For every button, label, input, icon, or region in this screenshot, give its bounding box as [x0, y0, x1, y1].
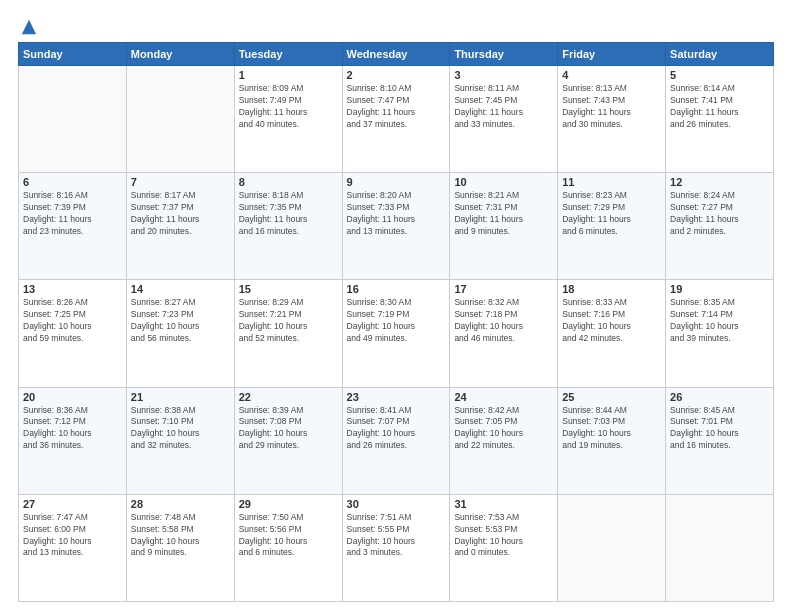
day-info: Sunrise: 8:24 AM Sunset: 7:27 PM Dayligh… [670, 190, 769, 238]
calendar-week-row: 27Sunrise: 7:47 AM Sunset: 6:00 PM Dayli… [19, 494, 774, 601]
day-info: Sunrise: 8:27 AM Sunset: 7:23 PM Dayligh… [131, 297, 230, 345]
day-info: Sunrise: 7:47 AM Sunset: 6:00 PM Dayligh… [23, 512, 122, 560]
day-info: Sunrise: 8:44 AM Sunset: 7:03 PM Dayligh… [562, 405, 661, 453]
calendar-cell: 14Sunrise: 8:27 AM Sunset: 7:23 PM Dayli… [126, 280, 234, 387]
logo-icon [20, 18, 38, 36]
calendar-cell: 11Sunrise: 8:23 AM Sunset: 7:29 PM Dayli… [558, 173, 666, 280]
day-number: 13 [23, 283, 122, 295]
day-number: 30 [347, 498, 446, 510]
calendar-cell: 7Sunrise: 8:17 AM Sunset: 7:37 PM Daylig… [126, 173, 234, 280]
calendar-weekday-monday: Monday [126, 43, 234, 66]
calendar-weekday-friday: Friday [558, 43, 666, 66]
day-number: 11 [562, 176, 661, 188]
calendar-cell: 17Sunrise: 8:32 AM Sunset: 7:18 PM Dayli… [450, 280, 558, 387]
day-info: Sunrise: 8:32 AM Sunset: 7:18 PM Dayligh… [454, 297, 553, 345]
calendar-week-row: 1Sunrise: 8:09 AM Sunset: 7:49 PM Daylig… [19, 66, 774, 173]
calendar-cell: 30Sunrise: 7:51 AM Sunset: 5:55 PM Dayli… [342, 494, 450, 601]
calendar-cell: 9Sunrise: 8:20 AM Sunset: 7:33 PM Daylig… [342, 173, 450, 280]
calendar-weekday-sunday: Sunday [19, 43, 127, 66]
calendar-cell: 8Sunrise: 8:18 AM Sunset: 7:35 PM Daylig… [234, 173, 342, 280]
calendar-week-row: 13Sunrise: 8:26 AM Sunset: 7:25 PM Dayli… [19, 280, 774, 387]
day-info: Sunrise: 8:42 AM Sunset: 7:05 PM Dayligh… [454, 405, 553, 453]
calendar-cell: 23Sunrise: 8:41 AM Sunset: 7:07 PM Dayli… [342, 387, 450, 494]
day-info: Sunrise: 8:38 AM Sunset: 7:10 PM Dayligh… [131, 405, 230, 453]
logo-text [18, 18, 38, 36]
calendar-week-row: 6Sunrise: 8:16 AM Sunset: 7:39 PM Daylig… [19, 173, 774, 280]
day-number: 26 [670, 391, 769, 403]
calendar-cell: 10Sunrise: 8:21 AM Sunset: 7:31 PM Dayli… [450, 173, 558, 280]
day-info: Sunrise: 8:13 AM Sunset: 7:43 PM Dayligh… [562, 83, 661, 131]
calendar-cell: 5Sunrise: 8:14 AM Sunset: 7:41 PM Daylig… [666, 66, 774, 173]
calendar-cell [558, 494, 666, 601]
calendar-cell [19, 66, 127, 173]
day-number: 6 [23, 176, 122, 188]
calendar-cell: 16Sunrise: 8:30 AM Sunset: 7:19 PM Dayli… [342, 280, 450, 387]
calendar-cell: 26Sunrise: 8:45 AM Sunset: 7:01 PM Dayli… [666, 387, 774, 494]
day-info: Sunrise: 8:11 AM Sunset: 7:45 PM Dayligh… [454, 83, 553, 131]
calendar-header-row: SundayMondayTuesdayWednesdayThursdayFrid… [19, 43, 774, 66]
day-number: 16 [347, 283, 446, 295]
day-number: 2 [347, 69, 446, 81]
day-info: Sunrise: 8:18 AM Sunset: 7:35 PM Dayligh… [239, 190, 338, 238]
day-number: 22 [239, 391, 338, 403]
day-info: Sunrise: 8:16 AM Sunset: 7:39 PM Dayligh… [23, 190, 122, 238]
day-number: 10 [454, 176, 553, 188]
calendar-cell: 3Sunrise: 8:11 AM Sunset: 7:45 PM Daylig… [450, 66, 558, 173]
day-number: 8 [239, 176, 338, 188]
day-info: Sunrise: 8:26 AM Sunset: 7:25 PM Dayligh… [23, 297, 122, 345]
day-info: Sunrise: 8:14 AM Sunset: 7:41 PM Dayligh… [670, 83, 769, 131]
day-info: Sunrise: 7:53 AM Sunset: 5:53 PM Dayligh… [454, 512, 553, 560]
calendar-cell: 18Sunrise: 8:33 AM Sunset: 7:16 PM Dayli… [558, 280, 666, 387]
calendar-cell: 13Sunrise: 8:26 AM Sunset: 7:25 PM Dayli… [19, 280, 127, 387]
day-number: 1 [239, 69, 338, 81]
day-number: 12 [670, 176, 769, 188]
calendar-table: SundayMondayTuesdayWednesdayThursdayFrid… [18, 42, 774, 602]
day-info: Sunrise: 7:51 AM Sunset: 5:55 PM Dayligh… [347, 512, 446, 560]
day-info: Sunrise: 8:33 AM Sunset: 7:16 PM Dayligh… [562, 297, 661, 345]
day-info: Sunrise: 7:48 AM Sunset: 5:58 PM Dayligh… [131, 512, 230, 560]
calendar-cell: 25Sunrise: 8:44 AM Sunset: 7:03 PM Dayli… [558, 387, 666, 494]
day-number: 28 [131, 498, 230, 510]
day-number: 5 [670, 69, 769, 81]
calendar-cell: 15Sunrise: 8:29 AM Sunset: 7:21 PM Dayli… [234, 280, 342, 387]
calendar-week-row: 20Sunrise: 8:36 AM Sunset: 7:12 PM Dayli… [19, 387, 774, 494]
day-number: 25 [562, 391, 661, 403]
day-number: 18 [562, 283, 661, 295]
day-number: 29 [239, 498, 338, 510]
calendar-cell: 12Sunrise: 8:24 AM Sunset: 7:27 PM Dayli… [666, 173, 774, 280]
day-number: 23 [347, 391, 446, 403]
day-number: 3 [454, 69, 553, 81]
svg-marker-0 [22, 20, 36, 34]
day-number: 21 [131, 391, 230, 403]
calendar-cell: 6Sunrise: 8:16 AM Sunset: 7:39 PM Daylig… [19, 173, 127, 280]
calendar-weekday-saturday: Saturday [666, 43, 774, 66]
day-number: 24 [454, 391, 553, 403]
day-info: Sunrise: 8:41 AM Sunset: 7:07 PM Dayligh… [347, 405, 446, 453]
day-number: 7 [131, 176, 230, 188]
day-info: Sunrise: 7:50 AM Sunset: 5:56 PM Dayligh… [239, 512, 338, 560]
calendar-cell: 22Sunrise: 8:39 AM Sunset: 7:08 PM Dayli… [234, 387, 342, 494]
day-info: Sunrise: 8:30 AM Sunset: 7:19 PM Dayligh… [347, 297, 446, 345]
calendar-cell: 29Sunrise: 7:50 AM Sunset: 5:56 PM Dayli… [234, 494, 342, 601]
calendar-weekday-thursday: Thursday [450, 43, 558, 66]
calendar-cell: 24Sunrise: 8:42 AM Sunset: 7:05 PM Dayli… [450, 387, 558, 494]
day-number: 14 [131, 283, 230, 295]
day-number: 4 [562, 69, 661, 81]
day-number: 27 [23, 498, 122, 510]
day-info: Sunrise: 8:10 AM Sunset: 7:47 PM Dayligh… [347, 83, 446, 131]
calendar-weekday-tuesday: Tuesday [234, 43, 342, 66]
day-info: Sunrise: 8:39 AM Sunset: 7:08 PM Dayligh… [239, 405, 338, 453]
calendar-cell: 1Sunrise: 8:09 AM Sunset: 7:49 PM Daylig… [234, 66, 342, 173]
day-number: 20 [23, 391, 122, 403]
calendar-weekday-wednesday: Wednesday [342, 43, 450, 66]
day-info: Sunrise: 8:35 AM Sunset: 7:14 PM Dayligh… [670, 297, 769, 345]
calendar-cell [126, 66, 234, 173]
day-info: Sunrise: 8:23 AM Sunset: 7:29 PM Dayligh… [562, 190, 661, 238]
calendar-cell: 31Sunrise: 7:53 AM Sunset: 5:53 PM Dayli… [450, 494, 558, 601]
calendar-cell: 27Sunrise: 7:47 AM Sunset: 6:00 PM Dayli… [19, 494, 127, 601]
calendar-cell: 2Sunrise: 8:10 AM Sunset: 7:47 PM Daylig… [342, 66, 450, 173]
calendar-cell: 4Sunrise: 8:13 AM Sunset: 7:43 PM Daylig… [558, 66, 666, 173]
calendar-cell: 20Sunrise: 8:36 AM Sunset: 7:12 PM Dayli… [19, 387, 127, 494]
day-info: Sunrise: 8:21 AM Sunset: 7:31 PM Dayligh… [454, 190, 553, 238]
day-number: 19 [670, 283, 769, 295]
